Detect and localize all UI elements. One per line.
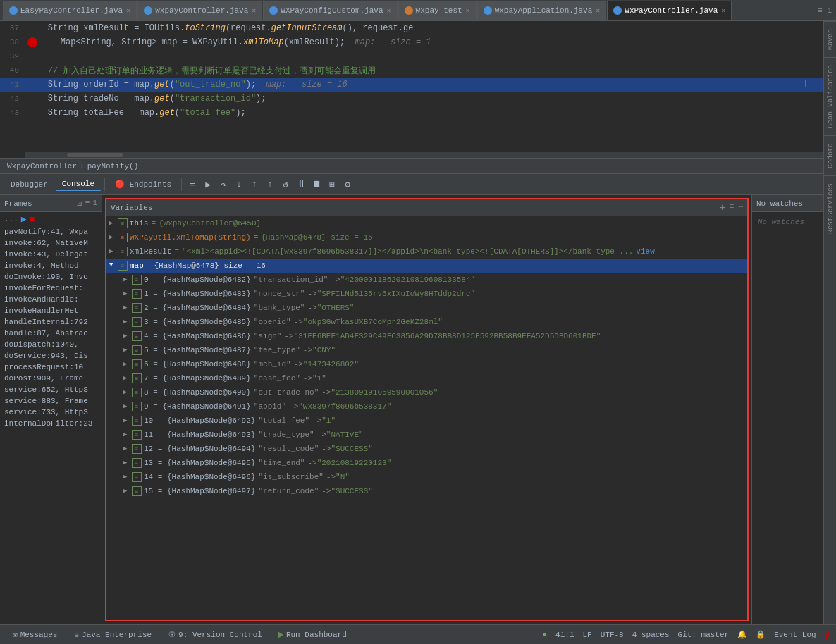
frame-item-8[interactable]: handleInternal:792 — [0, 316, 102, 328]
var-map-13[interactable]: ▶ ≡ 13 = {HashMap$Node@6495} "time_end" … — [106, 456, 747, 470]
var-expand-btn[interactable]: ↔ — [738, 202, 743, 213]
frame-item-3[interactable]: invoke:4, Method — [0, 260, 102, 271]
tab-close-5[interactable]: ✕ — [721, 6, 725, 15]
run-dashboard-btn[interactable]: Run Dashboard — [272, 629, 352, 640]
tab-wxpaycontroller2[interactable]: WxPayController.java ✕ — [607, 1, 732, 20]
tab-endpoints[interactable]: 🔴 Endpoints — [109, 178, 178, 191]
tab-easypaycontroller[interactable]: EasyPayController.java ✕ — [3, 1, 137, 20]
breadcrumb-method: payNotify() — [87, 162, 139, 171]
frame-item-10[interactable]: doDispatch:1040, — [0, 339, 102, 350]
lf-indicator[interactable]: LF — [583, 631, 592, 639]
var-map-12[interactable]: ▶ ≡ 12 = {HashMap$Node@6494} "result_cod… — [106, 442, 747, 456]
var-this[interactable]: ▶ ≡ this = {WxpayController@6450} — [106, 216, 747, 230]
codota-label[interactable]: Codota — [824, 135, 836, 175]
xmlresult-view-link[interactable]: View — [636, 247, 654, 256]
tab-close-3[interactable]: ✕ — [466, 6, 470, 15]
frame-item-14[interactable]: service:652, HttpS — [0, 384, 102, 395]
var-map-11[interactable]: ▶ ≡ 11 = {HashMap$Node@6493} "trade_type… — [106, 428, 747, 442]
right-panel: Maven Bean Validation Codota RestService… — [823, 21, 836, 624]
var-map-2[interactable]: ▶ ≡ 2 = {HashMap$Node@6484} "bank_type" … — [106, 301, 747, 315]
debug-btn-pause[interactable]: ⏸ — [294, 178, 308, 192]
var-map-0[interactable]: ▶ ≡ 0 = {HashMap$Node@6482} "transaction… — [106, 273, 747, 287]
frame-item-4[interactable]: doInvoke:190, Invo — [0, 271, 102, 283]
debug-btn-resume[interactable]: ▶ — [201, 178, 215, 192]
messages-icon: ✉ — [13, 630, 18, 639]
var-map-8[interactable]: ▶ ≡ 8 = {HashMap$Node@6490} "out_trade_n… — [106, 385, 747, 400]
code-line-43: 43 String totalFee = map.get("total_fee"… — [0, 106, 836, 120]
tab-debugger[interactable]: Debugger — [4, 178, 54, 191]
debug-btn-step-out[interactable]: ↑ — [247, 178, 262, 192]
debug-btn-eval[interactable]: ↺ — [278, 178, 293, 192]
debug-toolbar: Debugger Console 🔴 Endpoints ≡ ▶ ↷ ↓ ↑ ↑… — [0, 174, 836, 195]
debug-btn-menu[interactable]: ≡ — [185, 178, 199, 192]
spaces-indicator[interactable]: 4 spaces — [632, 631, 670, 639]
git-branch-indicator[interactable]: Git: master — [678, 631, 730, 639]
debug-btn-settings[interactable]: ⚙ — [340, 178, 355, 192]
version-control-tab[interactable]: ⑨ 9: Version Control — [161, 628, 269, 640]
frame-item-9[interactable]: handle:87, Abstrac — [0, 328, 102, 339]
frame-item-16[interactable]: service:733, HttpS — [0, 407, 102, 418]
code-line-37: 37 String xmlResult = IOUtils.toString(r… — [0, 21, 836, 35]
frames-menu-icon[interactable]: ≡ — [85, 199, 90, 208]
messages-tab[interactable]: ✉ Messages — [6, 628, 64, 640]
frames-filter-icon[interactable]: ⊿ — [76, 199, 82, 208]
frame-item-6[interactable]: invokeAndHandle: — [0, 294, 102, 305]
var-add-btn[interactable]: + — [719, 202, 725, 213]
var-xmlresult[interactable]: ▶ ≡ xmlResult = "<xml><appid><![CDATA[wx… — [106, 244, 747, 259]
breakpoint-icon — [27, 37, 37, 47]
var-map-4[interactable]: ▶ ≡ 4 = {HashMap$Node@6486} "sign" -> "3… — [106, 329, 747, 343]
java-enterprise-tab[interactable]: ☕ Java Enterprise — [67, 628, 159, 640]
maven-label[interactable]: Maven — [824, 21, 836, 57]
tab-close-0[interactable]: ✕ — [126, 6, 130, 15]
frame-item-7[interactable]: invokeHandlerMet — [0, 305, 102, 316]
var-map-14[interactable]: ▶ ≡ 14 = {HashMap$Node@6496} "is_subscri… — [106, 470, 747, 484]
frame-item-12[interactable]: processRequest:10 — [0, 361, 102, 373]
frames-controls[interactable]: ... ▶ ■ — [0, 212, 102, 226]
frames-expand-icon[interactable]: 1 — [92, 199, 97, 208]
tab-console[interactable]: Console — [56, 178, 101, 191]
debug-btn-run-cursor[interactable]: ↑ — [263, 178, 277, 192]
git-status-indicator: ● — [543, 631, 548, 639]
rest-services-label[interactable]: RestServices — [824, 175, 836, 241]
frame-item-13[interactable]: doPost:909, Frame — [0, 373, 102, 384]
event-log-link[interactable]: Event Log — [774, 631, 816, 639]
debug-btn-step-over[interactable]: ↷ — [216, 178, 230, 192]
debug-btn-step-into[interactable]: ↓ — [232, 178, 246, 192]
frame-item-15[interactable]: service:883, Frame — [0, 395, 102, 407]
var-map-10[interactable]: ▶ ≡ 10 = {HashMap$Node@6492} "total_fee"… — [106, 414, 747, 428]
var-menu-btn[interactable]: ≡ — [730, 202, 734, 213]
var-map[interactable]: ▼ ≡ map = {HashMap@6478} size = 16 — [106, 259, 747, 273]
var-wxpayutil[interactable]: ▶ ≡ WXPayUtil.xmlToMap(String) = {HashMa… — [106, 230, 747, 244]
java-enterprise-icon: ☕ — [74, 630, 79, 639]
var-map-7[interactable]: ▶ ≡ 7 = {HashMap$Node@6489} "cash_fee" -… — [106, 371, 747, 385]
var-map-9[interactable]: ▶ ≡ 9 = {HashMap$Node@6491} "appid" -> "… — [106, 400, 747, 414]
jetbrains-logo: y — [825, 629, 830, 640]
frame-item-1[interactable]: invoke:62, NativeM — [0, 237, 102, 249]
var-map-1[interactable]: ▶ ≡ 1 = {HashMap$Node@6483} "nonce_str" … — [106, 287, 747, 301]
frame-item-5[interactable]: invokeForRequest: — [0, 283, 102, 294]
debug-btn-stop[interactable]: ⏹ — [309, 178, 324, 192]
variables-panel: Variables + ≡ ↔ ▶ ≡ this = {WxpayControl… — [105, 198, 749, 621]
frame-item-11[interactable]: doService:943, Dis — [0, 350, 102, 361]
tab-close-1[interactable]: ✕ — [252, 6, 256, 15]
tab-wxpay-test[interactable]: wxpay-test ✕ — [398, 1, 477, 20]
code-scrollbar[interactable] — [25, 152, 823, 158]
frame-item-0[interactable]: payNotify:41, Wxpa — [0, 226, 102, 237]
frames-content: ... ▶ ■ payNotify:41, Wxpa invoke:62, Na… — [0, 212, 102, 624]
debug-btn-view[interactable]: ⊞ — [325, 178, 339, 192]
tab-wxpaycontroller[interactable]: WxpayController.java ✕ — [137, 1, 262, 20]
tab-wxpayconfigcustom[interactable]: WXPayConfigCustom.java ✕ — [263, 1, 397, 20]
encoding-indicator[interactable]: UTF-8 — [601, 631, 624, 639]
bean-validation-label[interactable]: Bean Validation — [824, 57, 836, 135]
tab-overflow[interactable]: ≡ 1 — [813, 6, 836, 15]
tab-close-4[interactable]: ✕ — [596, 6, 600, 15]
var-map-6[interactable]: ▶ ≡ 6 = {HashMap$Node@6488} "mch_id" -> … — [106, 357, 747, 371]
tab-close-2[interactable]: ✕ — [387, 6, 391, 15]
frame-item-17[interactable]: internalDoFilter:23 — [0, 418, 102, 429]
var-map-15[interactable]: ▶ ≡ 15 = {HashMap$Node@6497} "return_cod… — [106, 484, 747, 498]
frame-item-2[interactable]: invoke:43, Delegat — [0, 249, 102, 260]
variables-content[interactable]: ▶ ≡ this = {WxpayController@6450} ▶ ≡ WX… — [106, 216, 747, 620]
var-map-5[interactable]: ▶ ≡ 5 = {HashMap$Node@6487} "fee_type" -… — [106, 343, 747, 357]
var-map-3[interactable]: ▶ ≡ 3 = {HashMap$Node@6485} "openid" -> … — [106, 315, 747, 329]
tab-wxpayapplication[interactable]: WxpayApplication.java ✕ — [477, 1, 607, 20]
